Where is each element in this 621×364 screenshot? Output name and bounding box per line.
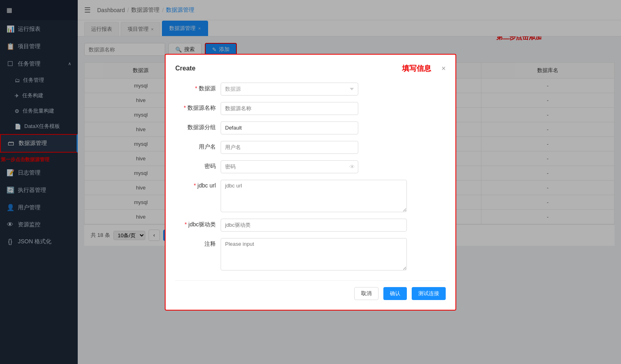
datasource-name-label: 数据源名称 [175, 102, 216, 112]
cancel-button[interactable]: 取消 [354, 287, 379, 300]
modal-footer: 取消 确认 测试连接 [175, 280, 446, 300]
modal-overlay: Create × 填写信息 数据源 数据源 数据源名称 数据源分组 用户名 密码 [0, 0, 621, 364]
jdbc-url-label: jdbc url [175, 180, 216, 189]
datasource-name-input[interactable] [221, 102, 358, 115]
datasource-label: 数据源 [175, 83, 216, 92]
jdbc-driver-input[interactable] [221, 219, 407, 232]
password-eye-icon[interactable]: 👁 [349, 164, 355, 170]
create-modal: Create × 填写信息 数据源 数据源 数据源名称 数据源分组 用户名 密码 [165, 54, 456, 311]
group-label: 数据源分组 [175, 121, 216, 131]
form-row-comment: 注释 [175, 238, 446, 270]
group-input[interactable] [221, 121, 358, 134]
form-row-datasource: 数据源 数据源 [175, 83, 446, 96]
form-row-group: 数据源分组 [175, 121, 446, 134]
password-wrapper: 👁 [221, 160, 358, 173]
form-row-datasource-name: 数据源名称 [175, 102, 446, 115]
password-label: 密码 [175, 160, 216, 170]
modal-title: Create [175, 65, 196, 72]
jdbc-url-textarea[interactable] [221, 180, 407, 212]
form-row-password: 密码 👁 [175, 160, 446, 173]
confirm-button[interactable]: 确认 [383, 287, 407, 300]
modal-close-button[interactable]: × [441, 64, 446, 73]
jdbc-driver-label: jdbc驱动类 [175, 219, 216, 228]
username-input[interactable] [221, 141, 358, 154]
fill-annotation: 填写信息 [402, 64, 431, 73]
form-row-jdbc-url: jdbc url [175, 180, 446, 212]
comment-textarea[interactable] [221, 238, 407, 270]
datasource-select[interactable]: 数据源 [221, 83, 358, 96]
form-row-jdbc-driver: jdbc驱动类 [175, 219, 446, 232]
test-connect-button[interactable]: 测试连接 [412, 287, 446, 300]
password-input[interactable] [221, 160, 358, 173]
username-label: 用户名 [175, 141, 216, 151]
form-row-username: 用户名 [175, 141, 446, 154]
comment-label: 注释 [175, 238, 216, 248]
